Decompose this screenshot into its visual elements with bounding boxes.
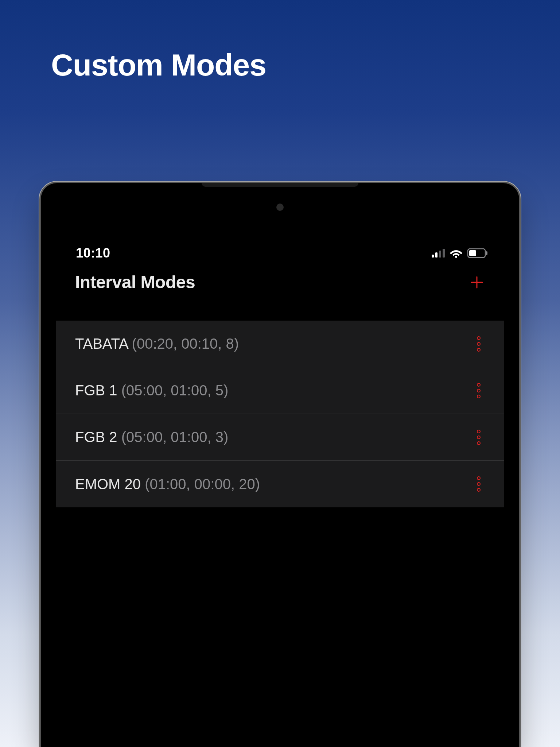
mode-name: FGB 2 [75, 429, 117, 445]
more-button[interactable] [472, 336, 485, 352]
list-item[interactable]: FGB 1 (05:00, 01:00, 5) [56, 367, 504, 414]
mode-detail: (01:00, 00:00, 20) [145, 476, 260, 492]
svg-point-4 [455, 256, 457, 258]
svg-rect-3 [443, 249, 445, 258]
more-button[interactable] [472, 382, 485, 399]
svg-rect-1 [435, 252, 438, 258]
more-vertical-icon [477, 383, 481, 398]
tablet-camera [276, 204, 284, 211]
mode-detail: (05:00, 01:00, 3) [121, 429, 229, 445]
list-item[interactable]: EMOM 20 (01:00, 00:00, 20) [56, 461, 504, 507]
plus-icon [470, 276, 483, 289]
mode-name: TABATA [75, 336, 128, 352]
more-vertical-icon [477, 336, 481, 352]
nav-bar: Interval Modes [56, 263, 504, 302]
list-item-label: EMOM 20 (01:00, 00:00, 20) [75, 476, 260, 492]
modes-list: TABATA (00:20, 00:10, 8) FGB 1 (05:00, 0… [56, 321, 504, 507]
svg-rect-2 [439, 251, 441, 258]
mode-detail: (05:00, 01:00, 5) [121, 382, 229, 398]
battery-icon [467, 248, 488, 258]
wifi-icon [449, 248, 463, 258]
list-item-label: FGB 1 (05:00, 01:00, 5) [75, 382, 228, 399]
cellular-icon [432, 249, 445, 258]
more-button[interactable] [472, 476, 485, 492]
list-item[interactable]: FGB 2 (05:00, 01:00, 3) [56, 414, 504, 461]
list-item-label: FGB 2 (05:00, 01:00, 3) [75, 429, 228, 445]
list-item-label: TABATA (00:20, 00:10, 8) [75, 336, 239, 352]
svg-rect-0 [432, 255, 434, 258]
page-title: Interval Modes [75, 272, 195, 292]
tablet-frame: 10:10 [41, 183, 519, 747]
more-button[interactable] [472, 429, 485, 446]
status-icons [432, 248, 488, 258]
svg-rect-6 [469, 250, 476, 256]
promo-background: Custom Modes 10:10 [0, 0, 560, 747]
status-bar: 10:10 [56, 231, 504, 263]
status-time: 10:10 [76, 245, 110, 261]
more-vertical-icon [477, 430, 481, 445]
mode-name: EMOM 20 [75, 476, 141, 492]
mode-detail: (00:20, 00:10, 8) [132, 336, 239, 352]
tablet-notch [202, 183, 358, 187]
svg-rect-7 [486, 251, 487, 255]
add-button[interactable] [469, 274, 485, 290]
promo-title: Custom Modes [51, 47, 266, 83]
more-vertical-icon [477, 476, 481, 492]
mode-name: FGB 1 [75, 382, 117, 398]
list-item[interactable]: TABATA (00:20, 00:10, 8) [56, 321, 504, 367]
app-screen: 10:10 [56, 231, 504, 747]
